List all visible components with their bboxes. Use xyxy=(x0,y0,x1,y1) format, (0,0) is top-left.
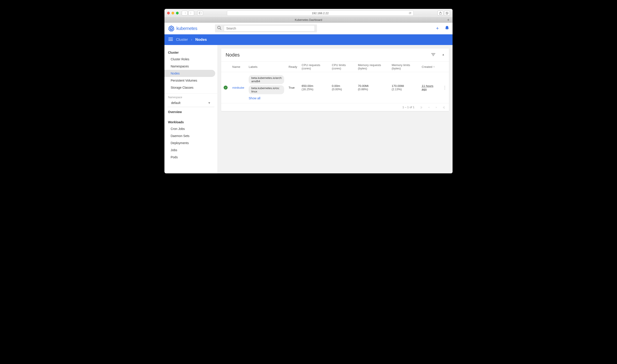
node-name-link[interactable]: minikube xyxy=(232,86,244,89)
browser-toolbar: 〈 〉 192.168.2.22 ⟳ xyxy=(165,9,452,17)
svg-rect-3 xyxy=(446,13,448,14)
last-page-button[interactable]: ›| xyxy=(443,105,445,109)
traffic-lights xyxy=(167,12,179,14)
logo[interactable]: kubernetes xyxy=(168,25,197,32)
logo-text: kubernetes xyxy=(176,26,197,31)
new-tab-button[interactable]: + xyxy=(446,18,451,22)
breadcrumb-current: Nodes xyxy=(195,38,207,42)
tabs-icon xyxy=(446,12,448,14)
sidebar-heading-cluster[interactable]: Cluster xyxy=(165,50,218,56)
first-page-button[interactable]: |‹ xyxy=(421,105,423,109)
url-bar[interactable]: 192.168.2.22 ⟳ xyxy=(227,10,413,16)
sidebar-heading-workloads[interactable]: Workloads xyxy=(165,119,218,125)
kubernetes-icon xyxy=(168,25,175,32)
card-title: Nodes xyxy=(226,52,240,58)
col-memory-limits[interactable]: Memory limits (bytes) xyxy=(389,62,419,72)
bell-icon xyxy=(445,26,449,30)
col-memory-requests[interactable]: Memory requests (bytes) xyxy=(356,62,389,72)
divider xyxy=(165,93,218,93)
share-button[interactable] xyxy=(437,11,443,15)
sidebar-item-deployments[interactable]: Deployments xyxy=(165,139,218,146)
content-area: Nodes ▲ Name L xyxy=(218,45,452,173)
sidebar-item-cron-jobs[interactable]: Cron Jobs xyxy=(165,125,218,132)
namespace-value: default xyxy=(171,101,180,105)
col-cpu-limits[interactable]: CPU limits (cores) xyxy=(330,62,356,72)
app-content: kubernetes + Cluster › Nodes xyxy=(165,23,452,173)
panel-icon xyxy=(199,12,201,14)
nodes-table: Name Labels Ready CPU requests (cores) C… xyxy=(221,61,449,103)
col-cpu-requests[interactable]: CPU requests (cores) xyxy=(299,62,330,72)
show-all-link[interactable]: Show all xyxy=(249,96,284,100)
cell-mem-req: 70.00Mi (0.88%) xyxy=(356,72,389,103)
sidebar-item-daemon-sets[interactable]: Daemon Sets xyxy=(165,132,218,139)
label-chip: beta.kubernetes.io/os: linux xyxy=(249,85,284,94)
search-icon xyxy=(217,26,222,31)
row-menu-button[interactable]: ⋮ xyxy=(443,85,447,90)
sidebar-item-persistent-volumes[interactable]: Persistent Volumes xyxy=(165,77,218,84)
close-window-button[interactable] xyxy=(167,12,170,14)
prev-page-button[interactable]: ‹ xyxy=(429,105,429,109)
sidebar-heading-overview[interactable]: Overview xyxy=(165,109,218,115)
maximize-window-button[interactable] xyxy=(176,12,179,14)
next-page-button[interactable]: › xyxy=(436,105,437,109)
chevron-right-icon: › xyxy=(191,38,192,42)
pagination-info: 1 – 1 of 1 xyxy=(402,105,414,109)
tab-bar: Kubernetes Dashboard + xyxy=(165,17,452,23)
col-ready[interactable]: Ready xyxy=(286,62,299,72)
card-header: Nodes ▲ xyxy=(221,49,449,61)
sidebar-toggle-button[interactable] xyxy=(197,11,203,15)
search-container xyxy=(215,24,317,32)
menu-icon[interactable] xyxy=(168,38,173,42)
dropdown-icon: ▼ xyxy=(208,101,211,105)
forward-button[interactable]: 〉 xyxy=(188,11,194,15)
search-input[interactable] xyxy=(224,25,315,31)
url-text: 192.168.2.22 xyxy=(312,12,329,15)
tab-title[interactable]: Kubernetes Dashboard xyxy=(165,18,452,22)
nodes-card: Nodes ▲ Name L xyxy=(221,49,449,111)
share-icon xyxy=(439,12,442,15)
col-name[interactable]: Name xyxy=(230,62,246,72)
cell-created: 11 hours ago xyxy=(422,84,434,91)
sidebar-item-pods[interactable]: Pods xyxy=(165,154,218,161)
breadcrumb-parent[interactable]: Cluster xyxy=(176,38,188,42)
col-created[interactable]: Created↑ xyxy=(420,62,441,72)
table-header-row: Name Labels Ready CPU requests (cores) C… xyxy=(221,62,449,72)
main-layout: Cluster Cluster Roles Namespaces Nodes P… xyxy=(165,45,452,173)
minimize-window-button[interactable] xyxy=(171,12,174,14)
label-chip: beta.kubernetes.io/arch: amd64 xyxy=(249,75,284,84)
status-ok-icon: ✓ xyxy=(224,86,228,90)
collapse-icon[interactable]: ▲ xyxy=(442,53,445,57)
cell-cpu-req: 650.00m (16.25%) xyxy=(299,72,330,103)
svg-rect-4 xyxy=(446,12,448,14)
cell-ready: True xyxy=(286,72,299,103)
filter-icon[interactable] xyxy=(431,53,435,57)
sidebar-item-cluster-roles[interactable]: Cluster Roles xyxy=(165,56,218,63)
sidebar-item-nodes[interactable]: Nodes xyxy=(165,70,215,77)
cell-cpu-lim: 0.00m (0.00%) xyxy=(330,72,356,103)
reload-icon[interactable]: ⟳ xyxy=(409,11,411,15)
sort-asc-icon: ↑ xyxy=(433,65,435,68)
create-button[interactable]: + xyxy=(436,26,439,31)
app-header: kubernetes + xyxy=(165,23,452,34)
notifications-button[interactable] xyxy=(445,26,449,31)
sidebar: Cluster Cluster Roles Namespaces Nodes P… xyxy=(165,45,218,173)
svg-line-16 xyxy=(220,29,221,30)
col-labels[interactable]: Labels xyxy=(246,62,286,72)
breadcrumb-bar: Cluster › Nodes xyxy=(165,34,452,45)
svg-point-15 xyxy=(218,26,220,29)
svg-rect-0 xyxy=(199,12,201,14)
sidebar-item-namespaces[interactable]: Namespaces xyxy=(165,63,218,70)
back-button[interactable]: 〈 xyxy=(182,11,188,15)
namespace-select[interactable]: default ▼ xyxy=(167,99,214,107)
table-row: ✓ minikube beta.kubernetes.io/arch: amd6… xyxy=(221,72,449,103)
header-actions: + xyxy=(436,26,449,31)
sidebar-item-storage-classes[interactable]: Storage Classes xyxy=(165,84,218,91)
namespace-label: Namespace xyxy=(165,96,218,99)
cell-mem-lim: 170.00Mi (2.13%) xyxy=(389,72,419,103)
pagination: 1 – 1 of 1 |‹ ‹ › ›| xyxy=(221,103,449,111)
tabs-button[interactable] xyxy=(444,11,450,15)
browser-window: 〈 〉 192.168.2.22 ⟳ Kubernetes Dashboard … xyxy=(165,9,452,173)
sidebar-item-jobs[interactable]: Jobs xyxy=(165,146,218,154)
